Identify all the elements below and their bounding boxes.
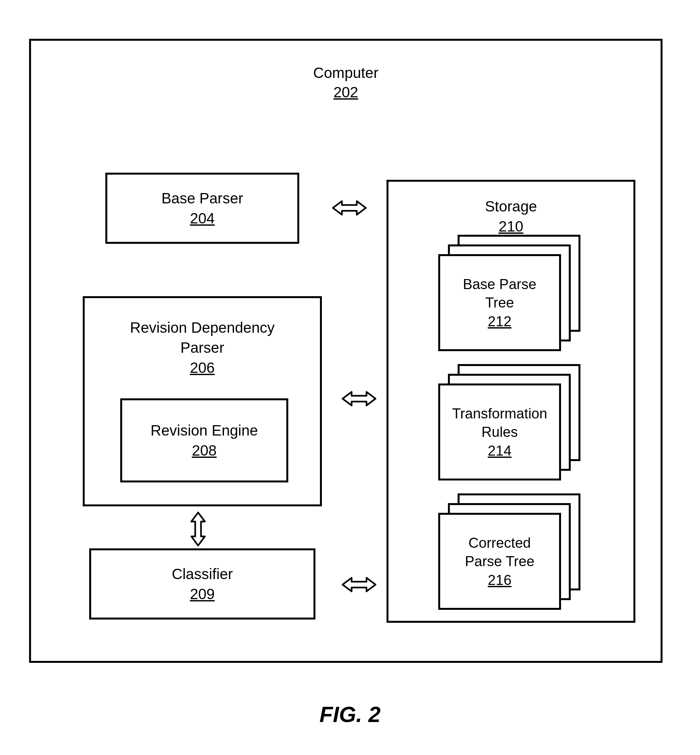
rev-engine-ref: 208 xyxy=(192,440,217,461)
rev-dep-ref: 206 xyxy=(190,358,215,378)
corrected-parse-tree-stack: Corrected Parse Tree 216 xyxy=(438,513,590,620)
rev-engine-label: Revision Engine xyxy=(151,420,258,440)
cpt-ref: 216 xyxy=(488,571,511,589)
computer-container: Computer 202 Base Parser 204 Revision De… xyxy=(29,39,662,663)
base-parser-block: Base Parser 204 xyxy=(105,173,299,244)
computer-title: Computer xyxy=(313,63,378,83)
revision-dependency-parser-block: Revision Dependency Parser 206 Revision … xyxy=(83,296,322,506)
rev-dep-label1: Revision Dependency xyxy=(130,318,275,338)
rev-dep-label2: Parser xyxy=(180,338,224,358)
arrow-baseparser-storage-icon xyxy=(331,199,367,217)
computer-label: Computer 202 xyxy=(313,63,378,102)
bpt-ref: 212 xyxy=(488,312,511,331)
classifier-block: Classifier 209 xyxy=(89,548,316,620)
arrow-revdep-storage-icon xyxy=(341,390,377,407)
storage-ref: 210 xyxy=(498,216,523,237)
tr-line2: Rules xyxy=(481,423,518,441)
transformation-rules-stack: Transformation Rules 214 xyxy=(438,384,590,490)
storage-label: Storage xyxy=(485,196,537,216)
revision-engine-block: Revision Engine 208 xyxy=(120,398,288,482)
tr-line1: Transformation xyxy=(452,404,547,423)
arrow-revdep-classifier-icon xyxy=(189,511,207,547)
arrow-classifier-storage-icon xyxy=(341,576,377,593)
figure-caption: FIG. 2 xyxy=(320,702,381,727)
classifier-ref: 209 xyxy=(190,584,215,604)
bpt-line2: Tree xyxy=(485,293,514,312)
base-parse-tree-stack: Base Parse Tree 212 xyxy=(438,254,590,361)
base-parser-label: Base Parser xyxy=(161,188,243,208)
computer-ref: 202 xyxy=(313,83,378,102)
cpt-line1: Corrected xyxy=(468,534,531,552)
bpt-line1: Base Parse xyxy=(463,275,536,293)
classifier-label: Classifier xyxy=(172,564,233,584)
tr-ref: 214 xyxy=(488,441,511,460)
cpt-line2: Parse Tree xyxy=(465,552,534,570)
base-parser-ref: 204 xyxy=(190,208,215,228)
